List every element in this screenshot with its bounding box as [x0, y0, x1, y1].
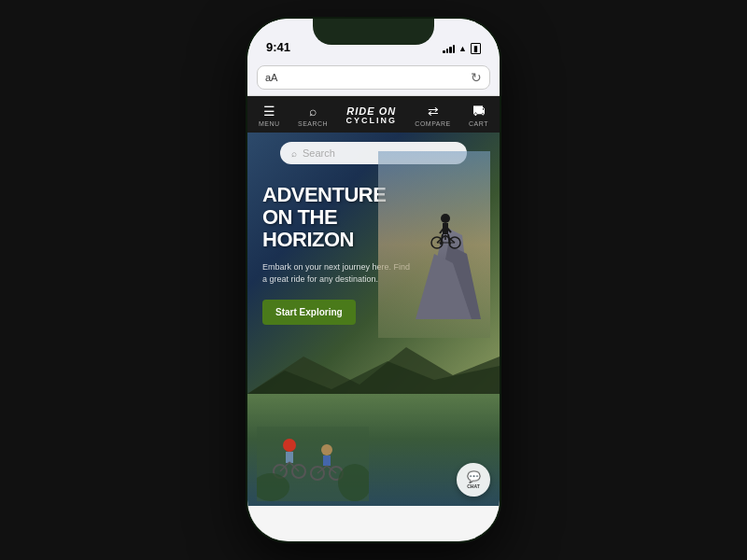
hero-image — [378, 151, 490, 338]
browser-chrome: aA ↻ — [247, 60, 500, 96]
battery-icon: ▮ — [471, 43, 481, 54]
logo: RIDE ON CYCLING — [346, 106, 398, 125]
svg-point-25 — [321, 444, 332, 455]
mountains-foreground — [247, 338, 500, 394]
phone-shell: 9:41 ▲ ▮ aA ↻ — [247, 19, 500, 541]
notch — [313, 19, 434, 45]
address-bar[interactable]: aA ↻ — [257, 65, 490, 90]
signal-icon — [443, 44, 455, 53]
status-icons: ▲ ▮ — [443, 43, 481, 54]
menu-nav-item[interactable]: ☰ MENU — [259, 104, 280, 127]
time-display: 9:41 — [266, 40, 290, 54]
search-icon: ⌕ — [291, 148, 297, 159]
wifi-icon: ▲ — [458, 44, 467, 53]
refresh-button[interactable]: ↻ — [471, 70, 482, 85]
chat-label: CHAT — [467, 483, 480, 489]
search-nav-item[interactable]: ⌕ SEARCH — [298, 104, 328, 127]
search-label: SEARCH — [298, 120, 328, 127]
compare-label: COMPARE — [415, 120, 450, 127]
svg-marker-17 — [247, 361, 500, 394]
menu-label: MENU — [259, 120, 280, 127]
search-placeholder: Search — [303, 147, 335, 159]
svg-rect-26 — [323, 455, 331, 466]
nav-bar: ☰ MENU ⌕ SEARCH RIDE ON CYCLING ⇄ COMPAR… — [247, 96, 500, 133]
bottom-section: 💬 CHAT — [247, 394, 500, 541]
cyclists-image — [257, 427, 369, 501]
compare-icon: ⇄ — [428, 104, 439, 119]
screen: 9:41 ▲ ▮ aA ↻ — [247, 19, 500, 541]
app-content: ☰ MENU ⌕ SEARCH RIDE ON CYCLING ⇄ COMPAR… — [247, 96, 500, 541]
headline-line3: HORIZON — [262, 228, 354, 251]
menu-icon: ☰ — [263, 104, 275, 119]
hero-section: ⌕ Search ADVENTURE ON THE HORIZON Embark… — [247, 133, 500, 394]
chat-button[interactable]: 💬 CHAT — [457, 463, 490, 497]
svg-rect-20 — [286, 452, 293, 463]
cart-label: CART — [469, 120, 488, 127]
logo-sub-text: CYCLING — [346, 117, 398, 125]
logo-main-text: RIDE ON — [346, 106, 398, 117]
aa-label: aA — [265, 72, 277, 83]
svg-point-4 — [441, 214, 450, 223]
start-exploring-button[interactable]: Start Exploring — [262, 300, 356, 325]
cart-nav-item[interactable]: ⛟ CART — [469, 104, 488, 127]
cart-icon: ⛟ — [472, 104, 486, 119]
headline-line2: ON THE — [262, 205, 337, 229]
headline-line1: ADVENTURE — [262, 183, 386, 206]
chat-icon: 💬 — [467, 470, 481, 483]
compare-nav-item[interactable]: ⇄ COMPARE — [415, 104, 450, 127]
bottom-photo: 💬 CHAT — [247, 394, 500, 506]
search-nav-icon: ⌕ — [309, 104, 317, 119]
svg-point-19 — [283, 439, 296, 452]
